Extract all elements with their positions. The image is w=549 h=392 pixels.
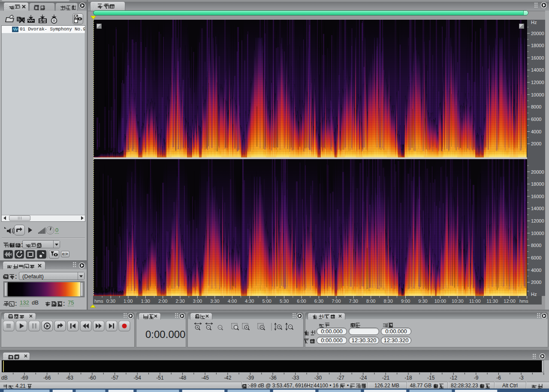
svg-text:18000: 18000	[531, 43, 544, 48]
svg-text:-15: -15	[427, 375, 435, 381]
svg-text:4:00: 4:00	[228, 299, 237, 304]
svg-text:1:00: 1:00	[124, 299, 133, 304]
svg-text:12000: 12000	[531, 218, 544, 223]
svg-text:-6: -6	[496, 375, 501, 381]
svg-text:5:30: 5:30	[280, 299, 289, 304]
svg-text:-24: -24	[359, 375, 367, 381]
svg-text:2:30: 2:30	[175, 299, 184, 304]
svg-text:6:30: 6:30	[314, 299, 323, 304]
svg-text:-42: -42	[224, 375, 232, 381]
svg-text:10:30: 10:30	[452, 299, 464, 304]
svg-text:16000: 16000	[531, 55, 544, 60]
svg-text:-48: -48	[179, 375, 187, 381]
svg-text:20000: 20000	[531, 169, 544, 175]
svg-text:18000: 18000	[531, 181, 544, 187]
svg-text:4000: 4000	[531, 129, 541, 134]
svg-text:-12: -12	[450, 375, 458, 381]
svg-text:-9: -9	[474, 375, 479, 381]
svg-text:6000: 6000	[531, 255, 541, 260]
svg-text:7:00: 7:00	[332, 299, 341, 304]
svg-text:10000: 10000	[531, 92, 544, 97]
svg-text:7:30: 7:30	[349, 299, 358, 304]
svg-text:hms: hms	[94, 299, 103, 304]
svg-text:6000: 6000	[531, 117, 541, 122]
svg-text:0:30: 0:30	[106, 299, 115, 304]
svg-text:1:30: 1:30	[141, 299, 150, 304]
svg-text:dB: dB	[1, 375, 8, 381]
svg-text:8:00: 8:00	[366, 299, 375, 304]
svg-text:-69: -69	[21, 375, 28, 381]
svg-text:16000: 16000	[531, 194, 544, 199]
svg-text:Hz: Hz	[531, 292, 537, 296]
svg-text:10:00: 10:00	[434, 299, 446, 304]
svg-text:Hz: Hz	[531, 20, 537, 25]
svg-text:12:00: 12:00	[504, 299, 516, 304]
svg-text:4:30: 4:30	[245, 299, 254, 304]
svg-text:8:30: 8:30	[383, 299, 392, 304]
svg-text:12000: 12000	[531, 80, 544, 85]
svg-text:-18: -18	[404, 375, 412, 381]
svg-text:-30: -30	[314, 375, 322, 381]
svg-text:-45: -45	[202, 375, 209, 381]
svg-text:14000: 14000	[531, 206, 544, 211]
svg-text:-54: -54	[134, 375, 142, 381]
svg-text:-60: -60	[88, 375, 96, 381]
svg-text:8000: 8000	[531, 243, 541, 248]
svg-text:-27: -27	[337, 375, 344, 381]
svg-text:14000: 14000	[531, 67, 544, 72]
svg-text:8000: 8000	[531, 104, 541, 109]
svg-text:6:00: 6:00	[297, 299, 306, 304]
svg-text:2000: 2000	[531, 141, 541, 146]
svg-text:10000: 10000	[531, 231, 544, 236]
svg-text:4000: 4000	[531, 268, 541, 273]
svg-text:-36: -36	[269, 375, 277, 381]
svg-text:9:30: 9:30	[418, 299, 427, 304]
svg-text:-3: -3	[519, 375, 524, 381]
svg-text:-51: -51	[156, 375, 164, 381]
svg-text:5:00: 5:00	[262, 299, 271, 304]
svg-text:-57: -57	[111, 375, 119, 381]
svg-text:3:30: 3:30	[210, 299, 219, 304]
svg-text:11:00: 11:00	[469, 299, 481, 304]
svg-text:11:30: 11:30	[486, 299, 498, 304]
svg-text:3:00: 3:00	[193, 299, 202, 304]
svg-text:-63: -63	[66, 375, 74, 381]
svg-text:-21: -21	[382, 375, 390, 381]
svg-text:hms: hms	[519, 299, 528, 304]
svg-text:-33: -33	[292, 375, 299, 381]
svg-text:20000: 20000	[531, 31, 544, 36]
svg-text:2:00: 2:00	[158, 299, 167, 304]
svg-text:-66: -66	[43, 375, 51, 381]
svg-text:9:00: 9:00	[401, 299, 410, 304]
svg-text:2000: 2000	[531, 280, 541, 285]
svg-text:-39: -39	[247, 375, 254, 381]
